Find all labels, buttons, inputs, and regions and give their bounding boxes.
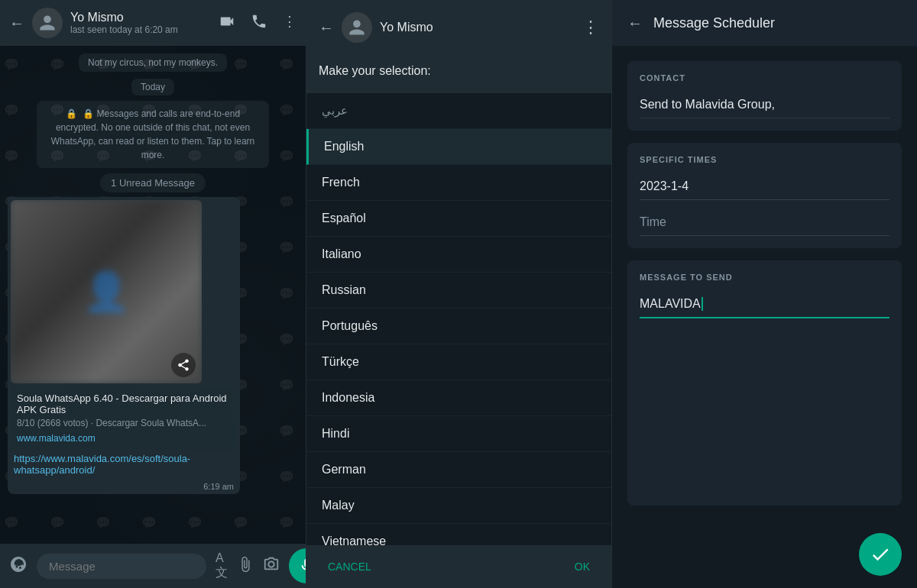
emoji-icon[interactable]	[9, 555, 28, 577]
message-value: MALAVIDA	[640, 297, 701, 311]
language-item-italian[interactable]: Italiano	[306, 237, 611, 273]
scheduler-header: ← Message Scheduler	[612, 0, 917, 46]
video-call-icon[interactable]	[219, 13, 235, 34]
scheduler-back-icon[interactable]: ←	[627, 15, 643, 32]
message-section: MESSAGE TO SEND MALAVIDA	[627, 260, 902, 506]
contact-value: Send to Malavida Group,	[640, 92, 889, 118]
lang-title-area: Yo Mismo	[380, 21, 433, 34]
translate-icon[interactable]: A文	[215, 551, 228, 581]
message-image: 👤	[11, 200, 202, 383]
language-item-portuguese[interactable]: Português	[306, 309, 611, 344]
lang-more-icon[interactable]: ⋮	[582, 18, 599, 37]
contact-label: CONTACT	[640, 73, 889, 82]
chat-panel: ← Yo Mismo last seen today at 6:20 am ⋮	[0, 0, 306, 588]
lang-prompt: Make your selection:	[306, 52, 611, 93]
scheduler-panel: ← Message Scheduler CONTACT Send to Mala…	[611, 0, 917, 588]
language-item-vietnamese[interactable]: Vietnamese	[306, 524, 611, 545]
language-item-arabic[interactable]: عربي	[306, 93, 611, 129]
chat-action-icons: ⋮	[219, 13, 296, 34]
chat-last-seen: last seen today at 6:20 am	[70, 24, 211, 35]
more-options-icon[interactable]: ⋮	[283, 13, 296, 34]
attach-icon[interactable]	[237, 556, 254, 577]
times-section: SPECIFIC TIMES 2023-1-4 Time	[627, 143, 902, 248]
times-label: SPECIFIC TIMES	[640, 155, 889, 164]
not-my-circus-msg: Not my circus, not my monkeys.	[79, 53, 227, 72]
message-row: 👤 Soula WhatsApp 6.40 - Descargar para A…	[8, 197, 298, 494]
text-cursor	[702, 297, 703, 311]
language-item-english[interactable]: English	[306, 129, 611, 165]
date-divider: Today	[8, 79, 298, 93]
language-item-russian[interactable]: Russian	[306, 273, 611, 309]
date-field[interactable]: 2023-1-4	[640, 173, 889, 200]
mic-button[interactable]	[289, 548, 306, 583]
link-desc: 8/10 (2668 votos) · Descargar Soula What…	[17, 417, 231, 430]
link-preview: Soula WhatsApp 6.40 - Descargar para And…	[11, 386, 237, 450]
chat-footer: A文	[0, 544, 306, 588]
language-panel: ← Yo Mismo ⋮ Make your selection: عربيEn…	[306, 0, 611, 588]
language-item-french[interactable]: French	[306, 165, 611, 201]
share-icon[interactable]	[171, 353, 196, 377]
lang-contact-name: Yo Mismo	[380, 21, 433, 34]
phone-call-icon[interactable]	[251, 13, 267, 34]
lang-avatar	[342, 12, 372, 43]
language-item-malay[interactable]: Malay	[306, 488, 611, 524]
lang-header-left: ← Yo Mismo	[319, 12, 433, 43]
scheduler-title: Message Scheduler	[653, 15, 775, 31]
link-domain: www.malavida.com	[17, 433, 231, 444]
language-item-spanish[interactable]: Español	[306, 201, 611, 237]
scheduler-body: CONTACT Send to Malavida Group, SPECIFIC…	[612, 46, 917, 521]
chat-messages: Not my circus, not my monkeys. Today 🔒 🔒…	[0, 46, 306, 544]
message-field[interactable]: MALAVIDA	[640, 291, 889, 318]
message-time: 6:19 am	[203, 482, 234, 491]
message-label: MESSAGE TO SEND	[640, 273, 889, 282]
lang-footer: CANCEL OK	[306, 545, 611, 588]
language-item-hindi[interactable]: Hindi	[306, 416, 611, 452]
link-url[interactable]: https://www.malavida.com/es/soft/soula-w…	[11, 453, 237, 476]
encryption-notice: 🔒 🔒 Messages and calls are end-to-end en…	[37, 101, 269, 168]
lang-header: ← Yo Mismo ⋮	[306, 0, 611, 52]
language-item-indonesian[interactable]: Indonesia	[306, 380, 611, 416]
language-item-german[interactable]: German	[306, 452, 611, 488]
language-item-turkish[interactable]: Türkçe	[306, 344, 611, 380]
message-bubble: 👤 Soula WhatsApp 6.40 - Descargar para A…	[8, 197, 240, 494]
ok-button[interactable]: OK	[565, 554, 599, 579]
message-input[interactable]	[37, 554, 206, 579]
chat-header-info: Yo Mismo last seen today at 6:20 am	[70, 11, 211, 35]
link-title: Soula WhatsApp 6.40 - Descargar para And…	[17, 393, 231, 415]
contact-section: CONTACT Send to Malavida Group,	[627, 61, 902, 131]
camera-icon[interactable]	[263, 556, 280, 577]
avatar	[32, 8, 63, 38]
times-input-group: 2023-1-4 Time	[640, 173, 889, 236]
confirm-button[interactable]	[859, 533, 902, 576]
cancel-button[interactable]: CANCEL	[319, 554, 381, 579]
chat-header: ← Yo Mismo last seen today at 6:20 am ⋮	[0, 0, 306, 46]
scheduler-footer	[612, 521, 917, 588]
language-list: عربيEnglishFrenchEspañolItalianoRussianP…	[306, 93, 611, 545]
chat-contact-name: Yo Mismo	[70, 11, 211, 24]
unread-badge: 1 Unread Message	[8, 176, 298, 189]
lang-back-icon[interactable]: ←	[319, 19, 334, 37]
back-icon[interactable]: ←	[9, 15, 24, 32]
time-field[interactable]: Time	[640, 209, 889, 236]
